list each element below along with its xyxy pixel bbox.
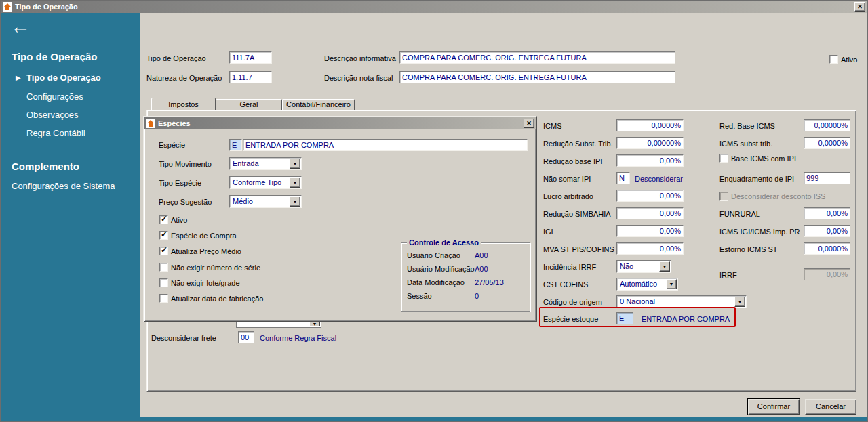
reducao-subst-trib-field[interactable]: 0,00000% [616, 137, 684, 149]
cst-cofins-value: Automático [620, 280, 657, 288]
data-modificacao-value: 27/05/13 [475, 278, 504, 287]
cst-cofins-select[interactable]: Automático ▼ [616, 278, 678, 291]
sidebar-item-tipo-de-operacao[interactable]: Tipo de Operação [26, 72, 101, 83]
codigo-origem-select[interactable]: 0 Nacional ▼ [616, 295, 747, 308]
controle-de-acesso-title: Controle de Acesso [407, 238, 481, 247]
especie-estoque-code-field[interactable]: E [616, 312, 633, 324]
estorno-icms-st-label: Estorno ICMS ST [719, 245, 778, 253]
descricao-informativa-label: Descrição informativa [324, 54, 396, 62]
sidebar-item-observacoes[interactable]: Observações [26, 110, 79, 120]
nao-somar-ipi-code-field[interactable]: N [616, 172, 630, 184]
cancelar-button[interactable]: Cancelar [805, 399, 856, 415]
icms-subst-trib-field[interactable]: 0,0000% [804, 137, 850, 149]
nao-exigir-lote-grade-label: Não exigir lote/grade [171, 279, 240, 287]
sessao-label: Sessão [407, 292, 432, 300]
icms-igi-imp-pr-field[interactable]: 0,00% [804, 225, 850, 237]
especie-estoque-label: Espécie estoque [543, 315, 598, 323]
desconsiderar-frete-label: Desconsiderar frete [151, 334, 216, 342]
back-arrow-icon: ← [10, 16, 31, 37]
lucro-arbitrado-field[interactable]: 0,00% [616, 190, 684, 202]
app-icon [146, 119, 155, 128]
atualizar-data-fabricacao-checkbox[interactable] [159, 294, 168, 303]
confirmar-button[interactable]: Confirmar [748, 399, 800, 415]
window-title: Tipo de Operação [15, 3, 852, 11]
sessao-value: 0 [475, 292, 479, 300]
natureza-operacao-label: Natureza de Operação [146, 74, 222, 82]
dropdown-arrow-icon[interactable]: ▼ [290, 196, 300, 207]
especie-de-compra-label: Espécie de Compra [171, 232, 237, 240]
reducao-base-ipi-field[interactable]: 0,00% [616, 154, 684, 167]
usuario-modificacao-value: A00 [475, 265, 488, 273]
nao-somar-ipi-description: Desconsiderar [635, 175, 683, 183]
app-icon [3, 2, 12, 12]
red-base-icms-field[interactable]: 0,00000% [804, 119, 850, 131]
dropdown-arrow-icon[interactable]: ▼ [734, 297, 745, 307]
especies-close-button[interactable]: ✕ [524, 119, 534, 128]
tipo-movimento-value: Entrada [233, 159, 259, 167]
especie-code-field[interactable]: E [229, 139, 242, 151]
nao-exigir-numero-serie-label: Não exigir número de série [171, 263, 260, 272]
igi-label: IGI [543, 228, 553, 236]
incidencia-irrf-select[interactable]: Não ▼ [616, 260, 671, 273]
desconsiderar-frete-code-field[interactable]: 00 [238, 331, 254, 343]
tab-impostos[interactable]: Impostos [151, 98, 216, 110]
especie-label: Espécie [159, 141, 185, 149]
dropdown-arrow-icon[interactable]: ▼ [666, 279, 677, 289]
tipo-movimento-select[interactable]: Entrada ▼ [229, 157, 302, 170]
preco-sugestao-select[interactable]: Médio ▼ [229, 195, 302, 208]
ativo-checkbox[interactable] [159, 215, 168, 224]
tab-geral[interactable]: Geral [216, 99, 282, 110]
especie-value-field[interactable]: ENTRADA POR COMPRA [243, 139, 528, 151]
incidencia-irrf-value: Não [620, 262, 633, 270]
reducao-base-ipi-label: Redução base IPI [543, 157, 602, 165]
atualiza-preco-medio-label: Atualiza Preço Médio [171, 247, 241, 255]
sidebar-item-regra-contabil[interactable]: Regra Contábil [26, 128, 85, 138]
sidebar: ← Tipo de Operação ▶ Tipo de Operação Co… [1, 13, 140, 422]
tipo-especie-label: Tipo Espécie [159, 179, 201, 187]
atualiza-preco-medio-checkbox[interactable] [159, 247, 168, 255]
reducao-simbahia-label: Redução SIMBAHIA [543, 210, 611, 218]
descricao-nota-fiscal-field[interactable]: COMPRA PARA COMERC. ORIG. ENTREGA FUTURA [399, 71, 675, 83]
sidebar-item-configuracoes[interactable]: Configurações [26, 91, 83, 102]
window-close-button[interactable]: ✕ [854, 2, 865, 12]
dropdown-arrow-icon[interactable]: ▼ [290, 177, 300, 188]
base-icms-com-ipi-checkbox[interactable] [719, 154, 728, 163]
incidencia-irrf-label: Incidência IRRF [543, 263, 596, 271]
descricao-informativa-field[interactable]: COMPRA PARA COMERC. ORIG. ENTREGA FUTURA [399, 51, 675, 64]
atualizar-data-fabricacao-label: Atualizar data de fabricação [171, 295, 263, 303]
tipo-especie-value: Conforme Tipo [233, 178, 281, 186]
estorno-icms-st-field[interactable]: 0,0000% [804, 242, 850, 255]
sidebar-link-configuracoes-de-sistema[interactable]: Configurações de Sistema [12, 181, 115, 191]
cst-cofins-label: CST COFINS [543, 280, 588, 289]
tab-contabil-financeiro[interactable]: Contábil/Financeiro [282, 99, 355, 110]
mva-st-pis-cofins-field[interactable]: 0,00% [616, 242, 684, 255]
funrural-label: FUNRURAL [719, 210, 760, 218]
desconsiderar-desconto-iss-checkbox [719, 192, 728, 201]
ativo-header-checkbox[interactable] [829, 55, 838, 64]
irrf-label: IRRF [719, 271, 737, 279]
funrural-field[interactable]: 0,00% [804, 207, 850, 219]
icms-igi-imp-pr-label: ICMS IGI/ICMS Imp. PR [719, 228, 800, 236]
tipo-especie-select[interactable]: Conforme Tipo ▼ [229, 176, 302, 189]
usuario-modificacao-label: Usuário Modificação [407, 265, 475, 273]
tipo-operacao-label: Tipo de Operação [146, 54, 206, 62]
dropdown-arrow-icon[interactable]: ▼ [290, 159, 300, 169]
icms-label: ICMS [543, 122, 562, 130]
especie-de-compra-checkbox[interactable] [159, 231, 168, 240]
base-icms-com-ipi-label: Base ICMS com IPI [731, 154, 796, 163]
nao-exigir-numero-serie-checkbox[interactable] [159, 263, 168, 272]
nao-exigir-lote-grade-checkbox[interactable] [159, 278, 168, 287]
codigo-origem-value: 0 Nacional [620, 297, 655, 305]
igi-field[interactable]: 0,00% [616, 225, 684, 237]
icms-field[interactable]: 0,0000% [616, 119, 684, 131]
window-titlebar: Tipo de Operação ✕ [1, 1, 867, 13]
reducao-simbahia-field[interactable]: 0,00% [616, 207, 684, 219]
tipo-operacao-field[interactable]: 111.7A [229, 51, 272, 64]
natureza-operacao-field[interactable]: 1.11.7 [229, 71, 272, 83]
preco-sugestao-value: Médio [233, 197, 253, 205]
dropdown-arrow-icon[interactable]: ▼ [659, 261, 670, 272]
ativo-checkbox-label: Ativo [171, 216, 187, 224]
desconsiderar-desconto-iss-label: Desconsiderar desconto ISS [731, 192, 825, 201]
enquadramento-ipi-field[interactable]: 999 [804, 172, 850, 184]
lucro-arbitrado-label: Lucro arbitrado [543, 192, 593, 201]
